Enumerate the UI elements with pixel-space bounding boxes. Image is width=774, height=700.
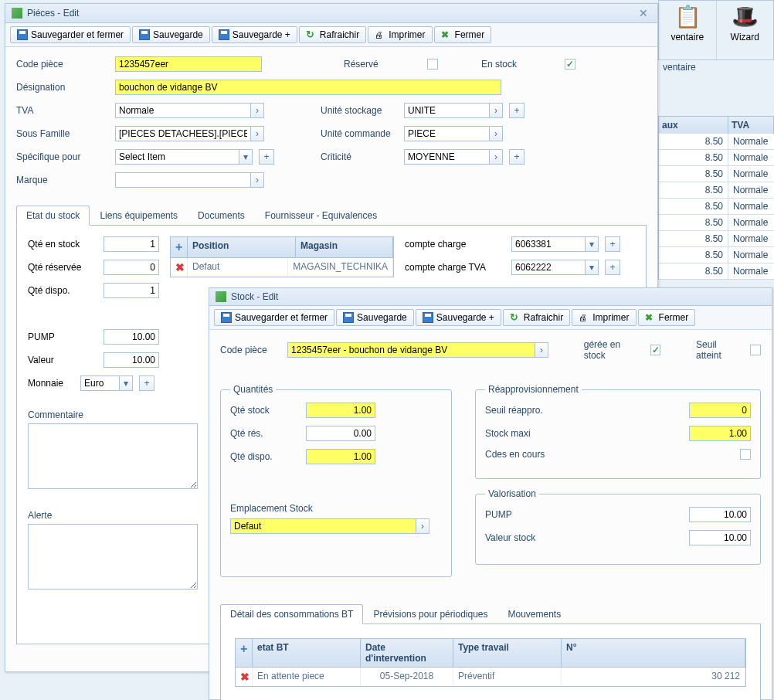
tab-mouvements[interactable]: Mouvements	[498, 604, 572, 624]
bt-grid-add-icon[interactable]: +	[240, 642, 247, 655]
bg-grid-row[interactable]: 8.50Normale	[659, 247, 774, 263]
tab-liens-equip[interactable]: Liens équipements	[90, 206, 188, 226]
tab-documents[interactable]: Documents	[188, 206, 255, 226]
bg-grid-row[interactable]: 8.50Normale	[659, 150, 774, 166]
bg-col-tva[interactable]: TVA	[728, 117, 773, 134]
qte-stock-input[interactable]	[104, 236, 159, 252]
save-close-button[interactable]: Sauvegarder et fermer	[10, 26, 131, 43]
compte-tva-combo[interactable]: ▾	[511, 260, 599, 275]
compte-charge-combo[interactable]: ▾	[511, 236, 599, 252]
chevron-down-icon[interactable]: ›	[416, 518, 429, 534]
close-icon[interactable]: ✕	[636, 7, 651, 19]
criticite-combo[interactable]: ›	[404, 149, 503, 165]
designation-input[interactable]	[115, 80, 501, 95]
qte-res-input[interactable]	[104, 260, 159, 275]
save-button[interactable]: Sauvegarde	[336, 309, 414, 326]
refresh-button[interactable]: Rafraichir	[299, 26, 366, 43]
unite-stock-combo[interactable]: ›	[404, 103, 503, 118]
alerte-textarea[interactable]	[28, 524, 198, 590]
bg-grid-row[interactable]: 8.50Normale	[659, 263, 774, 280]
chevron-down-icon[interactable]: ▾	[239, 149, 253, 165]
tab-fournisseur[interactable]: Fournisseur - Equivalences	[255, 206, 387, 226]
en-stock-checkbox[interactable]: ✓	[565, 59, 575, 70]
bg-tab-partial[interactable]: ventaire	[658, 60, 774, 76]
reserve-checkbox[interactable]	[427, 59, 438, 70]
emplacement-combo[interactable]: ›	[230, 518, 429, 534]
chevron-down-icon[interactable]: ›	[489, 126, 503, 141]
col-date-interv[interactable]: Date d'intervention	[361, 639, 453, 667]
print-button[interactable]: Imprimer	[572, 309, 636, 326]
save-close-button[interactable]: Sauvegarder et fermer	[214, 309, 334, 326]
print-button[interactable]: Imprimer	[368, 26, 432, 43]
col-position[interactable]: Position	[188, 237, 296, 257]
seuil-reappro-input[interactable]	[689, 403, 751, 418]
grid-row[interactable]: ✖ Defaut MAGASIN_TECHNIKA	[171, 258, 393, 277]
pump-input[interactable]	[104, 329, 159, 345]
geree-stock-checkbox[interactable]: ✓	[650, 345, 661, 355]
grid-delete-icon[interactable]: ✖	[175, 261, 185, 274]
col-numero[interactable]: N°	[562, 639, 745, 667]
tab-conso-bt[interactable]: Détail des consommations BT	[220, 604, 363, 624]
bg-grid-row[interactable]: 8.50Normale	[659, 134, 774, 150]
stock-title: Stock - Edit	[231, 291, 766, 302]
col-magasin[interactable]: Magasin	[296, 237, 393, 257]
clipboard-icon	[674, 4, 701, 30]
bg-grid-row[interactable]: 8.50Normale	[659, 231, 774, 247]
qte-stock2-input[interactable]	[306, 403, 375, 418]
tab-previsions[interactable]: Prévisions pour périodiques	[363, 604, 497, 624]
col-etat-bt[interactable]: etat BT	[253, 639, 361, 667]
chevron-down-icon[interactable]: ▾	[585, 236, 599, 252]
stock-maxi-input[interactable]	[689, 426, 751, 441]
pump2-input[interactable]	[689, 507, 751, 522]
save-plus-button[interactable]: Sauvegarde +	[416, 309, 501, 326]
refresh-button[interactable]: Rafraichir	[503, 309, 570, 326]
code-input[interactable]	[115, 56, 262, 72]
monnaie-add-button[interactable]: +	[139, 375, 154, 391]
seuil-atteint-checkbox[interactable]	[750, 345, 761, 355]
unite-stock-add-button[interactable]: +	[509, 103, 524, 118]
sous-famille-combo[interactable]: ›	[115, 126, 264, 141]
valeur-input[interactable]	[104, 352, 159, 368]
spec-pour-add-button[interactable]: +	[259, 149, 274, 165]
bg-grid-row[interactable]: 8.50Normale	[659, 166, 774, 182]
bg-grid-row[interactable]: 8.50Normale	[659, 199, 774, 215]
monnaie-combo[interactable]: ▾	[80, 375, 133, 391]
chevron-down-icon[interactable]: ›	[489, 103, 503, 118]
bg-grid-row[interactable]: 8.50Normale	[659, 215, 774, 231]
save-plus-button[interactable]: Sauvegarde +	[212, 26, 297, 43]
bt-grid-row[interactable]: ✖ En attente piece 05-Sep-2018 Préventif…	[236, 668, 745, 686]
tva-combo[interactable]: ›	[115, 103, 264, 118]
chevron-down-icon[interactable]: ›	[250, 172, 264, 188]
compte-charge-add-button[interactable]: +	[605, 236, 620, 252]
grid-add-icon[interactable]: +	[175, 240, 182, 253]
wizard-big-button[interactable]: Wizard	[717, 1, 774, 59]
bt-grid-delete-icon[interactable]: ✖	[240, 671, 250, 683]
chevron-down-icon[interactable]: ▾	[119, 375, 133, 391]
comment-textarea[interactable]	[28, 423, 198, 489]
chevron-down-icon[interactable]: ›	[250, 103, 264, 118]
qte-res2-input[interactable]	[306, 426, 375, 441]
cdes-cours-checkbox[interactable]	[740, 449, 751, 460]
marque-combo[interactable]: ›	[115, 172, 264, 188]
col-type-travail[interactable]: Type travail	[453, 639, 562, 667]
bg-grid-row[interactable]: 8.50Normale	[659, 182, 774, 199]
chevron-down-icon[interactable]: ›	[250, 126, 264, 141]
bg-col-aux[interactable]: aux	[659, 117, 728, 134]
chevron-down-icon[interactable]: ▾	[585, 260, 599, 275]
chevron-down-icon[interactable]: ›	[535, 342, 548, 358]
qte-dispo2-input[interactable]	[306, 449, 375, 464]
inventory-big-button[interactable]: ventaire	[659, 1, 717, 59]
criticite-add-button[interactable]: +	[509, 149, 524, 165]
unite-cmd-combo[interactable]: ›	[404, 126, 503, 141]
qte-dispo-input[interactable]	[104, 283, 159, 298]
stock-code-combo[interactable]: ›	[287, 342, 548, 358]
compte-tva-add-button[interactable]: +	[605, 260, 620, 275]
tab-etat-stock[interactable]: Etat du stock	[16, 206, 90, 226]
close-button[interactable]: Fermer	[434, 26, 492, 43]
spec-pour-combo[interactable]: ▾	[115, 149, 253, 165]
close-button[interactable]: Fermer	[638, 309, 696, 326]
monnaie-label: Monnaie	[28, 378, 74, 389]
save-button[interactable]: Sauvegarde	[132, 26, 210, 43]
chevron-down-icon[interactable]: ›	[489, 149, 503, 165]
valeur-stock-input[interactable]	[689, 530, 751, 545]
